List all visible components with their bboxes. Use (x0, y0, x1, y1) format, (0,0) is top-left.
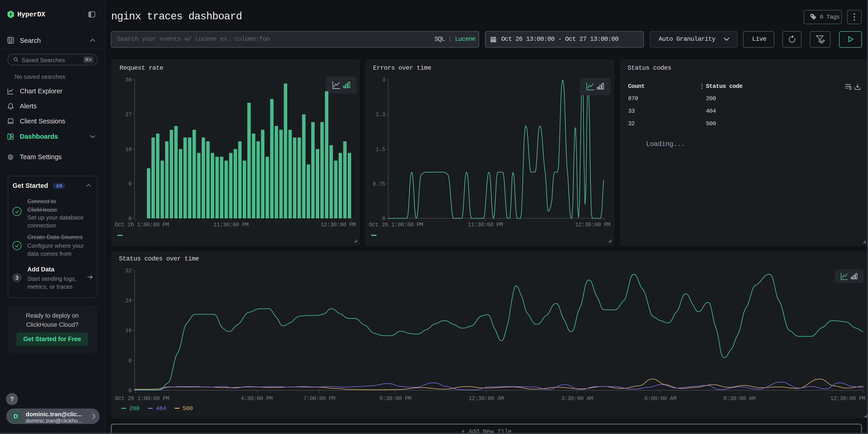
svg-text:0: 0 (382, 216, 385, 222)
svg-text:11:30:00 PM: 11:30:00 PM (468, 222, 503, 228)
svg-text:200: 200 (129, 405, 140, 412)
svg-text:0: 0 (128, 388, 132, 394)
svg-text:7:00:00 PM: 7:00:00 PM (303, 395, 335, 402)
svg-text:9: 9 (128, 181, 132, 187)
svg-text:16: 16 (125, 328, 132, 334)
svg-text:4:30:00 PM: 4:30:00 PM (241, 395, 273, 402)
svg-text:500: 500 (183, 405, 193, 412)
svg-text:8: 8 (128, 358, 132, 364)
svg-text:Oct 26 1:00:00 PM: Oct 26 1:00:00 PM (369, 222, 423, 228)
svg-text:3: 3 (382, 77, 385, 83)
svg-text:12:30:00 PM: 12:30:00 PM (575, 222, 610, 228)
svg-text:6:00:00 AM: 6:00:00 AM (644, 395, 676, 402)
svg-text:32: 32 (125, 268, 132, 274)
svg-text:9:30:00 PM: 9:30:00 PM (379, 395, 411, 402)
svg-text:1.5: 1.5 (376, 147, 385, 153)
svg-text:0.75: 0.75 (373, 181, 385, 187)
svg-text:36: 36 (125, 77, 132, 83)
svg-text:404: 404 (156, 405, 166, 412)
svg-text:12:30:00 PM: 12:30:00 PM (830, 395, 865, 402)
svg-text:27: 27 (125, 112, 132, 118)
svg-text:Oct 26 1:00:00 PM: Oct 26 1:00:00 PM (115, 395, 169, 402)
svg-text:8:30:00 AM: 8:30:00 AM (723, 395, 755, 402)
svg-text:12:30:00 PM: 12:30:00 PM (320, 222, 356, 228)
svg-text:11:30:00 PM: 11:30:00 PM (213, 222, 248, 228)
svg-text:18: 18 (125, 147, 132, 153)
svg-text:2.3: 2.3 (376, 112, 385, 118)
svg-text:Oct 26 1:00:00 PM: Oct 26 1:00:00 PM (115, 222, 169, 228)
svg-text:3:30:00 AM: 3:30:00 AM (561, 395, 593, 402)
svg-text:0: 0 (128, 216, 132, 222)
svg-text:24: 24 (125, 298, 132, 304)
svg-text:12:30:00 AM: 12:30:00 AM (469, 395, 504, 402)
